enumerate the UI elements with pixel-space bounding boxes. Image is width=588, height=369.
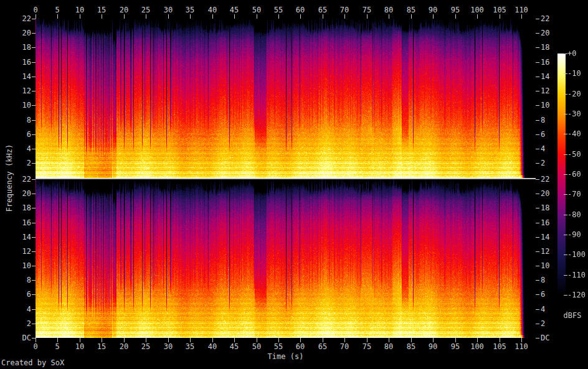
- time-tick-top: [212, 14, 213, 19]
- freq-tick-right: [536, 266, 539, 266]
- colorbar-tick-label: -90: [567, 230, 581, 239]
- time-tick-bottom: [102, 338, 102, 342]
- freq-tick-label-left: 22: [0, 14, 31, 23]
- time-tick-label-bottom: 90: [429, 342, 437, 351]
- freq-tick-left: [32, 294, 36, 295]
- time-tick-label-bottom: 60: [296, 342, 305, 351]
- freq-dc-label-right: DC: [541, 334, 549, 342]
- freq-tick-label-left: 12: [0, 247, 31, 256]
- freq-tick-left: [32, 62, 36, 63]
- freq-tick-right: [536, 47, 539, 48]
- freq-tick-label-right: 18: [541, 43, 549, 52]
- time-tick-top: [257, 14, 257, 19]
- time-tick-bottom: [124, 338, 125, 342]
- freq-tick-right: [536, 251, 539, 252]
- freq-tick-right: [536, 280, 539, 281]
- time-tick-top: [323, 14, 323, 19]
- colorbar-tick-label: -20: [567, 90, 581, 98]
- time-tick-bottom: [146, 338, 146, 342]
- freq-tick-left: [32, 179, 36, 180]
- time-tick-label-bottom: 85: [407, 342, 415, 351]
- freq-tick-label-right: 6: [541, 290, 545, 299]
- time-tick-top: [500, 14, 500, 19]
- freq-tick-label-right: 22: [541, 175, 549, 184]
- time-tick-label-top: 110: [514, 6, 528, 14]
- time-tick-bottom: [521, 338, 522, 342]
- freq-tick-right: [536, 134, 539, 135]
- time-tick-label-top: 65: [318, 6, 327, 14]
- time-tick-label-top: 70: [340, 6, 349, 14]
- freq-tick-right: [536, 62, 539, 63]
- time-tick-label-top: 55: [274, 6, 283, 14]
- freq-tick-label-right: 12: [541, 247, 549, 256]
- freq-tick-label-left: 16: [0, 58, 31, 67]
- time-tick-top: [57, 14, 58, 19]
- freq-tick-right: [536, 163, 539, 164]
- time-tick-label-top: 15: [97, 6, 106, 14]
- time-tick-label-bottom: 80: [384, 342, 393, 351]
- freq-tick-label-left: 8: [0, 116, 31, 124]
- time-tick-label-bottom: 40: [208, 342, 217, 351]
- freq-tick-left: [32, 120, 36, 121]
- time-tick-label-bottom: 75: [363, 342, 371, 351]
- time-tick-label-top: 25: [141, 6, 150, 14]
- time-tick-label-top: 80: [384, 6, 393, 14]
- freq-tick-label-left: 6: [0, 290, 31, 299]
- freq-tick-right: [536, 208, 539, 208]
- time-tick-top: [278, 14, 279, 19]
- freq-tick-right: [536, 120, 539, 121]
- freq-tick-label-right: 2: [541, 159, 545, 167]
- time-tick-top: [234, 14, 235, 19]
- freq-tick-label-left: 4: [0, 305, 31, 314]
- sox-credit: Created by SoX: [1, 358, 64, 367]
- freq-tick-label-right: 18: [541, 203, 549, 212]
- colorbar-tick-label: -50: [567, 150, 581, 159]
- colorbar-tick-label: -120: [567, 291, 586, 299]
- freq-tick-right: [536, 324, 539, 324]
- time-tick-label-bottom: 5: [55, 342, 59, 351]
- colorbar-tick-label: -70: [567, 190, 581, 199]
- time-tick-label-top: 40: [208, 6, 217, 14]
- time-tick-label-bottom: 105: [493, 342, 506, 351]
- colorbar-tick-label: -30: [567, 110, 581, 118]
- time-tick-bottom: [455, 338, 456, 342]
- freq-tick-right: [536, 309, 539, 310]
- freq-tick-left: [32, 194, 36, 194]
- time-tick-label-top: 35: [186, 6, 194, 14]
- time-tick-top: [300, 14, 301, 19]
- time-tick-label-top: 60: [296, 6, 305, 14]
- colorbar-tick-label: -80: [567, 210, 581, 219]
- time-tick-bottom: [411, 338, 412, 342]
- freq-tick-label-left: 14: [0, 72, 31, 81]
- time-tick-bottom: [234, 338, 235, 342]
- freq-tick-label-right: 10: [541, 101, 549, 110]
- time-tick-top: [521, 14, 522, 19]
- freq-tick-left: [32, 33, 36, 34]
- time-tick-label-top: 75: [363, 6, 371, 14]
- freq-tick-left: [32, 324, 36, 324]
- time-tick-top: [367, 14, 368, 19]
- freq-tick-left: [32, 208, 36, 208]
- freq-tick-right: [536, 194, 539, 194]
- time-tick-label-bottom: 35: [186, 342, 194, 351]
- time-tick-label-top: 95: [451, 6, 460, 14]
- freq-tick-label-left: 16: [0, 218, 31, 227]
- time-tick-top: [190, 14, 191, 19]
- time-tick-top: [433, 14, 434, 19]
- time-tick-label-top: 85: [407, 6, 415, 14]
- time-tick-bottom: [212, 338, 213, 342]
- time-tick-bottom: [257, 338, 257, 342]
- time-tick-label-top: 5: [55, 6, 59, 14]
- freq-tick-left: [32, 223, 36, 223]
- time-tick-label-bottom: 45: [230, 342, 239, 351]
- freq-tick-label-right: 14: [541, 72, 549, 81]
- freq-tick-left: [32, 19, 36, 19]
- freq-tick-label-right: 22: [541, 14, 549, 23]
- freq-tick-label-right: 10: [541, 261, 549, 270]
- time-tick-label-top: 0: [33, 6, 37, 14]
- colorbar-tick-label: -100: [567, 250, 586, 259]
- freq-tick-left: [32, 77, 36, 77]
- time-tick-bottom: [367, 338, 368, 342]
- freq-tick-label-right: 12: [541, 86, 549, 95]
- freq-tick-label-right: 8: [541, 116, 545, 124]
